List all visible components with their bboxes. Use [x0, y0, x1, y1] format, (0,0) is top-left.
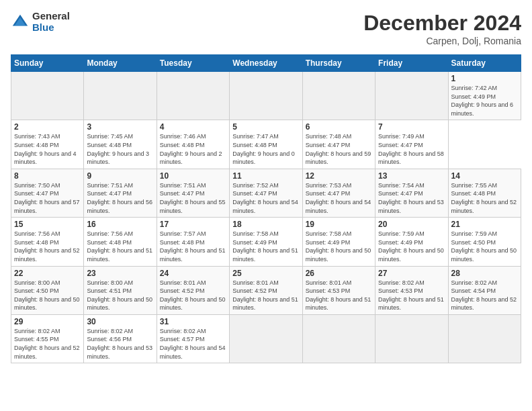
calendar-day-3: 3Sunrise: 7:45 AMSunset: 4:48 PMDaylight… — [84, 120, 157, 169]
calendar-day-22: 22Sunrise: 8:00 AMSunset: 4:50 PMDayligh… — [11, 266, 84, 314]
empty-cell — [448, 314, 521, 363]
title-block: December 2024 Carpen, Dolj, Romania — [363, 11, 521, 46]
calendar-day-18: 18Sunrise: 7:58 AMSunset: 4:49 PMDayligh… — [230, 218, 302, 266]
month-title: December 2024 — [363, 11, 521, 36]
calendar-day-21: 21Sunrise: 7:59 AMSunset: 4:50 PMDayligh… — [448, 218, 521, 266]
calendar-day-2: 2Sunrise: 7:43 AMSunset: 4:48 PMDaylight… — [11, 120, 84, 169]
empty-cell — [375, 72, 448, 120]
calendar-header-row: SundayMondayTuesdayWednesdayThursdayFrid… — [11, 55, 521, 72]
calendar-day-29: 29Sunrise: 8:02 AMSunset: 4:55 PMDayligh… — [11, 314, 84, 363]
calendar-day-9: 9Sunrise: 7:51 AMSunset: 4:47 PMDaylight… — [84, 169, 157, 217]
calendar-day-5: 5Sunrise: 7:47 AMSunset: 4:48 PMDaylight… — [230, 120, 302, 169]
logo-general: General — [32, 11, 70, 22]
calendar-day-26: 26Sunrise: 8:01 AMSunset: 4:53 PMDayligh… — [302, 266, 375, 314]
calendar-day-23: 23Sunrise: 8:00 AMSunset: 4:51 PMDayligh… — [84, 266, 157, 314]
calendar-day-1: 1Sunrise: 7:42 AMSunset: 4:49 PMDaylight… — [448, 72, 521, 120]
calendar-header-tuesday: Tuesday — [157, 55, 229, 72]
calendar-day-27: 27Sunrise: 8:02 AMSunset: 4:53 PMDayligh… — [375, 266, 448, 314]
calendar-day-31: 31Sunrise: 8:02 AMSunset: 4:57 PMDayligh… — [157, 314, 229, 363]
calendar-day-4: 4Sunrise: 7:46 AMSunset: 4:48 PMDaylight… — [157, 120, 229, 169]
calendar-header-sunday: Sunday — [11, 55, 84, 72]
calendar-day-12: 12Sunrise: 7:53 AMSunset: 4:47 PMDayligh… — [302, 169, 375, 217]
logo: General Blue — [11, 11, 70, 33]
empty-cell — [302, 314, 375, 363]
calendar-week-4: 22Sunrise: 8:00 AMSunset: 4:50 PMDayligh… — [11, 266, 521, 314]
empty-cell — [230, 72, 302, 120]
calendar-day-24: 24Sunrise: 8:01 AMSunset: 4:52 PMDayligh… — [157, 266, 229, 314]
calendar-day-13: 13Sunrise: 7:54 AMSunset: 4:47 PMDayligh… — [375, 169, 448, 217]
calendar-day-11: 11Sunrise: 7:52 AMSunset: 4:47 PMDayligh… — [230, 169, 302, 217]
calendar-body: 1Sunrise: 7:42 AMSunset: 4:49 PMDaylight… — [11, 72, 521, 363]
calendar-header-monday: Monday — [84, 55, 157, 72]
page: General Blue December 2024 Carpen, Dolj,… — [0, 0, 532, 411]
calendar-week-1: 2Sunrise: 7:43 AMSunset: 4:48 PMDaylight… — [11, 120, 521, 169]
calendar-day-19: 19Sunrise: 7:58 AMSunset: 4:49 PMDayligh… — [302, 218, 375, 266]
header: General Blue December 2024 Carpen, Dolj,… — [11, 11, 521, 46]
calendar-day-7: 7Sunrise: 7:49 AMSunset: 4:47 PMDaylight… — [375, 120, 448, 169]
calendar-day-15: 15Sunrise: 7:56 AMSunset: 4:48 PMDayligh… — [11, 218, 84, 266]
calendar-header-wednesday: Wednesday — [230, 55, 302, 72]
location: Carpen, Dolj, Romania — [363, 36, 521, 46]
calendar-day-8: 8Sunrise: 7:50 AMSunset: 4:47 PMDaylight… — [11, 169, 84, 217]
calendar-week-3: 15Sunrise: 7:56 AMSunset: 4:48 PMDayligh… — [11, 218, 521, 266]
calendar-day-28: 28Sunrise: 8:02 AMSunset: 4:54 PMDayligh… — [448, 266, 521, 314]
calendar-week-0: 1Sunrise: 7:42 AMSunset: 4:49 PMDaylight… — [11, 72, 521, 120]
empty-cell — [302, 72, 375, 120]
calendar-day-17: 17Sunrise: 7:57 AMSunset: 4:48 PMDayligh… — [157, 218, 229, 266]
calendar-day-30: 30Sunrise: 8:02 AMSunset: 4:56 PMDayligh… — [84, 314, 157, 363]
calendar-day-16: 16Sunrise: 7:56 AMSunset: 4:48 PMDayligh… — [84, 218, 157, 266]
logo-blue: Blue — [32, 22, 70, 34]
calendar-week-5: 29Sunrise: 8:02 AMSunset: 4:55 PMDayligh… — [11, 314, 521, 363]
calendar-header-thursday: Thursday — [302, 55, 375, 72]
empty-cell — [157, 72, 229, 120]
calendar-table: SundayMondayTuesdayWednesdayThursdayFrid… — [11, 54, 521, 363]
calendar-header-saturday: Saturday — [448, 55, 521, 72]
calendar-day-14: 14Sunrise: 7:55 AMSunset: 4:48 PMDayligh… — [448, 169, 521, 217]
logo-text: General Blue — [32, 11, 70, 33]
logo-icon — [11, 13, 30, 32]
calendar-week-2: 8Sunrise: 7:50 AMSunset: 4:47 PMDaylight… — [11, 169, 521, 217]
empty-cell — [230, 314, 302, 363]
calendar-day-10: 10Sunrise: 7:51 AMSunset: 4:47 PMDayligh… — [157, 169, 229, 217]
empty-cell — [84, 72, 157, 120]
calendar-day-6: 6Sunrise: 7:48 AMSunset: 4:47 PMDaylight… — [302, 120, 375, 169]
calendar-day-25: 25Sunrise: 8:01 AMSunset: 4:52 PMDayligh… — [230, 266, 302, 314]
empty-cell — [375, 314, 448, 363]
calendar-header-friday: Friday — [375, 55, 448, 72]
calendar-day-20: 20Sunrise: 7:59 AMSunset: 4:49 PMDayligh… — [375, 218, 448, 266]
empty-cell — [11, 72, 84, 120]
